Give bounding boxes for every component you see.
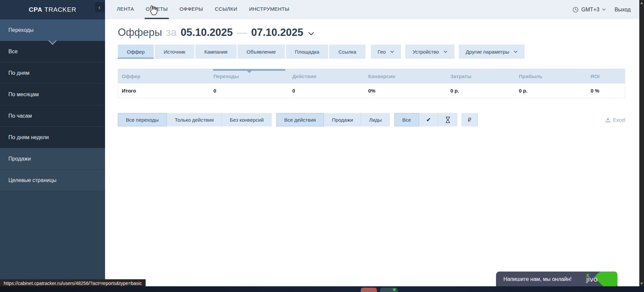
nav-item-offery[interactable]: ОФФЕРЫ [179, 0, 204, 19]
sidebar-item-label: По дням недели [8, 134, 49, 140]
tab-ploschadka[interactable]: Площадка [286, 45, 329, 59]
filter-label: Лиды [369, 117, 382, 123]
logout-link[interactable]: Выход [614, 7, 631, 13]
column-header-pribyl[interactable]: Прибыль [515, 69, 587, 83]
nav-item-label: ОФФЕРЫ [180, 6, 203, 12]
sidebar-item-label: Продажи [8, 156, 31, 162]
filter-leads[interactable]: Лиды [361, 113, 390, 126]
sidebar-item-label: Целевые страницы [8, 177, 56, 183]
date-from[interactable]: 05.10.2025 [181, 26, 233, 39]
dimension-tabs: Оффер Источник Кампания Объявление Площа… [118, 45, 639, 59]
timezone-selector[interactable]: GMT+3 [573, 7, 606, 13]
nav-item-instrumenty[interactable]: ИНСТРУМЕНТЫ [248, 0, 291, 19]
tab-label: Кампания [204, 49, 228, 55]
column-header-label: Переходы [213, 73, 239, 79]
table-header-row: Оффер Переходы Действия Конверсия Затрат… [118, 69, 625, 83]
page-scrollbar[interactable] [639, 0, 644, 292]
column-header-label: Прибыль [519, 73, 542, 79]
sidebar-item-label: Переходы [8, 27, 34, 33]
sidebar-item-label: По дням [8, 70, 30, 76]
filter-all-actions[interactable]: Все действия [276, 113, 324, 126]
filters-row: Все переходы Только действия Без конверс… [118, 113, 625, 126]
tab-label: Площадка [295, 49, 319, 55]
export-excel-button[interactable]: Excel [605, 117, 625, 123]
chat-widget[interactable]: Напишите нам, мы онлайн! jivo [496, 272, 617, 287]
filter-label: Только действия [175, 117, 214, 123]
app-logo: CPA TRACKER ‹ [0, 0, 105, 19]
top-nav: ЛЕНТА ОТЧЕТЫ ОФФЕРЫ ССЫЛКИ ИНСТРУМЕНТЫ G… [105, 0, 639, 19]
nav-item-otchety[interactable]: ОТЧЕТЫ [145, 0, 169, 19]
date-to[interactable]: 07.10.2025 [251, 26, 303, 39]
column-header-label: Конверсия [368, 73, 395, 79]
page-title: Офферы [118, 26, 162, 39]
export-label: Excel [613, 117, 625, 123]
report-table: Оффер Переходы Действия Конверсия Затрат… [118, 69, 625, 98]
sidebar-item-vse[interactable]: Все [0, 41, 105, 62]
filter-all-clicks[interactable]: Все переходы [118, 113, 167, 126]
nav-item-ssylki[interactable]: ССЫЛКИ [214, 0, 238, 19]
actions-filter-group: Все действия Продажи Лиды [276, 113, 390, 126]
filter-approved-button[interactable]: ✔ [419, 113, 438, 126]
taskbar-red-button [361, 288, 377, 292]
totals-deystviya: 0 [289, 88, 364, 94]
column-header-zatraty[interactable]: Затраты [447, 69, 515, 83]
filter-currency-button[interactable]: ₽ [461, 113, 478, 126]
column-header-konversiya[interactable]: Конверсия [364, 69, 447, 83]
filter-status-all[interactable]: Все [394, 113, 419, 126]
nav-item-lenta[interactable]: ЛЕНТА [116, 0, 135, 19]
totals-label: Итого [118, 88, 210, 94]
filter-only-actions[interactable]: Только действия [167, 113, 222, 126]
tab-offer[interactable]: Оффер [118, 45, 154, 59]
sidebar-item-po-chasam[interactable]: По часам [0, 105, 105, 127]
tab-geo-dropdown[interactable]: Гео [371, 45, 401, 59]
sidebar-item-po-mesyacam[interactable]: По месяцам [0, 84, 105, 105]
date-separator: — [237, 26, 247, 39]
sidebar-item-label: По месяцам [8, 92, 39, 98]
sidebar-item-po-dnyam[interactable]: По дням [0, 62, 105, 84]
tab-istochnik[interactable]: Источник [155, 45, 194, 59]
chevron-down-icon [602, 8, 606, 11]
column-header-deystviya[interactable]: Действия [289, 69, 364, 83]
rouble-icon: ₽ [468, 117, 471, 123]
cpa-tracker-app: CPA TRACKER ‹ Переходы Все По дням По ме… [0, 0, 644, 292]
filter-no-conversions[interactable]: Без конверсий [222, 113, 272, 126]
column-header-perehody[interactable]: Переходы [210, 69, 289, 83]
column-header-label: Затраты [450, 73, 472, 79]
check-icon: ✔ [426, 116, 431, 123]
tab-other-params-dropdown[interactable]: Другие параметры [459, 45, 525, 59]
tab-ssylka[interactable]: Ссылка [329, 45, 365, 59]
scroll-down-arrow-icon[interactable] [640, 283, 643, 285]
filter-sales[interactable]: Продажи [324, 113, 361, 126]
chat-brand-logo: jivo [586, 275, 598, 283]
nav-item-label: ОТЧЕТЫ [146, 6, 168, 12]
tab-label: Устройство [412, 49, 439, 55]
nav-item-label: ССЫЛКИ [215, 6, 237, 12]
sidebar-item-prodazhi[interactable]: Продажи [0, 148, 105, 170]
timezone-value: GMT+3 [581, 7, 599, 13]
column-header-offer[interactable]: Оффер [118, 69, 210, 83]
tab-label: Оффер [127, 49, 145, 55]
traffic-filter-group: Все переходы Только действия Без конверс… [118, 113, 272, 126]
totals-pribyl: 0 р. [515, 88, 587, 94]
filter-pending-button[interactable] [438, 113, 457, 126]
status-url-text: https://cabinet.cpatracker.ru/users/4825… [4, 281, 142, 286]
totals-zatraty: 0 р. [447, 88, 515, 94]
nav-item-label: ИНСТРУМЕНТЫ [249, 6, 290, 12]
chat-message: Напишите нам, мы онлайн! [503, 276, 572, 282]
status-filter-group: Все ✔ [394, 113, 457, 126]
hourglass-icon [445, 117, 450, 123]
column-header-roi[interactable]: ROI [587, 69, 625, 83]
tab-device-dropdown[interactable]: Устройство [405, 45, 454, 59]
tab-kampaniya[interactable]: Кампания [195, 45, 237, 59]
sidebar-item-po-dnyam-nedeli[interactable]: По дням недели [0, 127, 105, 148]
sidebar-item-celevye-stranicy[interactable]: Целевые страницы [0, 170, 105, 191]
logo-text-bold: CPA [29, 6, 43, 13]
scroll-up-arrow-icon[interactable] [640, 2, 643, 4]
sidebar-item-label: Все [8, 49, 18, 55]
tab-obyavlenie[interactable]: Объявление [238, 45, 285, 59]
title-preposition: за [166, 26, 177, 39]
column-header-label: ROI [591, 73, 600, 79]
column-header-label: Действия [292, 73, 316, 79]
sidebar-collapse-button[interactable]: ‹ [95, 2, 104, 12]
date-range-chevron-icon[interactable] [308, 32, 314, 36]
